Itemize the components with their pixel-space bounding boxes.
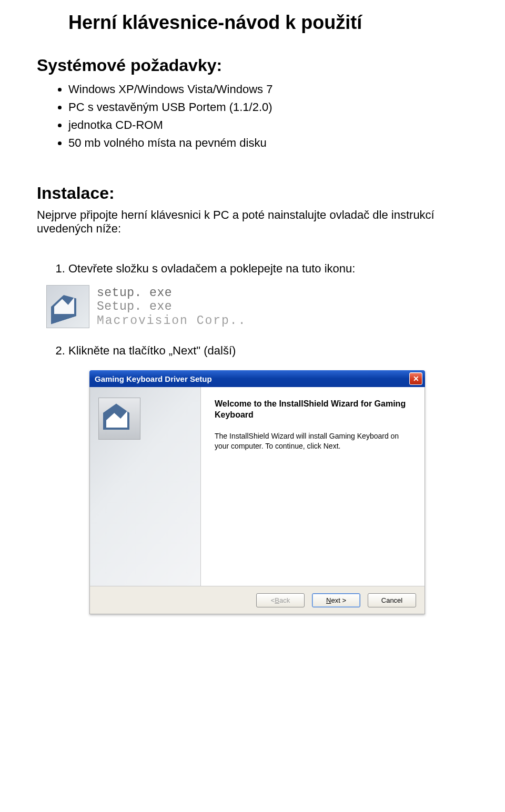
requirements-heading: Systémové požadavky:: [37, 56, 463, 75]
back-button-rest: ack: [279, 596, 290, 604]
wizard-main-panel: Welcome to the InstallShield Wizard for …: [201, 387, 425, 586]
close-icon[interactable]: ✕: [409, 372, 422, 385]
back-button-underline: B: [275, 596, 279, 604]
page-title: Herní klávesnice-návod k použití: [37, 12, 463, 34]
step-item-2: Klikněte na tlačítko „Next" (další): [68, 344, 463, 358]
wizard-title: Gaming Keyboard Driver Setup: [95, 374, 212, 383]
list-item: 50 mb volného místa na pevném disku: [68, 134, 463, 152]
wizard-body: Welcome to the InstallShield Wizard for …: [89, 387, 425, 586]
wizard-side-panel: [90, 387, 201, 586]
setup-company: Macrovision Corp..: [97, 314, 246, 328]
wizard-heading: Welcome to the InstallShield Wizard for …: [215, 399, 411, 421]
install-wizard-dialog: Gaming Keyboard Driver Setup ✕ Welcome t…: [89, 370, 425, 614]
install-intro: Nejprve připojte herní klávesnici k PC a…: [37, 208, 463, 236]
steps-list-cont: Klikněte na tlačítko „Next" (další): [37, 344, 463, 358]
setup-filename: setup. exe: [97, 286, 246, 300]
wizard-description: The InstallShield Wizard will install Ga…: [215, 431, 411, 451]
step-item-1: Otevřete složku s ovladačem a poklepejte…: [68, 262, 463, 276]
setup-description: Setup. exe: [97, 300, 246, 313]
installer-icon[interactable]: [46, 285, 89, 328]
document-page: Herní klávesnice-návod k použití Systémo…: [0, 0, 505, 812]
next-button-underline: N: [326, 596, 331, 604]
install-heading: Instalace:: [37, 184, 463, 203]
list-item: PC s vestavěným USB Portem (1.1/2.0): [68, 98, 463, 116]
wizard-footer: < Back Next > Cancel: [89, 586, 425, 614]
wizard-titlebar[interactable]: Gaming Keyboard Driver Setup ✕: [89, 370, 425, 387]
setup-exe-text: setup. exe Setup. exe Macrovision Corp..: [97, 286, 246, 328]
setup-exe-row: setup. exe Setup. exe Macrovision Corp..: [46, 285, 463, 328]
list-item: Windows XP/Windows Vista/Windows 7: [68, 80, 463, 98]
steps-list: Otevřete složku s ovladačem a poklepejte…: [37, 262, 463, 276]
installshield-logo-icon: [98, 398, 140, 440]
list-item: jednotka CD-ROM: [68, 116, 463, 134]
requirements-list: Windows XP/Windows Vista/Windows 7 PC s …: [37, 80, 463, 152]
back-button: < Back: [256, 593, 305, 607]
next-button-rest: ext >: [331, 596, 346, 604]
cancel-button[interactable]: Cancel: [368, 593, 416, 607]
next-button[interactable]: Next >: [312, 593, 360, 607]
back-button-prefix: <: [271, 596, 275, 604]
